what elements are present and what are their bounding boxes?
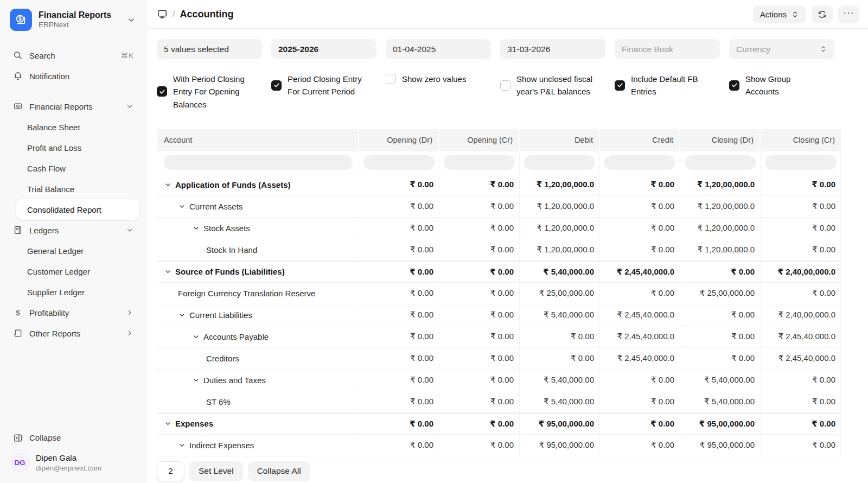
sidebar-section-profitability[interactable]: $ Profitability	[7, 302, 139, 323]
collapse-sidebar-button[interactable]: Collapse	[7, 428, 139, 448]
row-expand-chevron-icon[interactable]	[164, 268, 172, 276]
account-cell[interactable]: Creditors	[157, 348, 359, 369]
account-cell[interactable]: Application of Funds (Assets)	[157, 174, 359, 195]
table-row[interactable]: Creditors ₹ 0.00 ₹ 0.00 ₹ 0.00 ₹ 2,45,40…	[157, 348, 840, 370]
level-input[interactable]: 2	[157, 461, 184, 481]
column-filter-input[interactable]	[765, 155, 837, 170]
row-expand-chevron-icon[interactable]	[192, 333, 200, 341]
actions-button[interactable]: Actions	[753, 5, 806, 23]
refresh-button[interactable]	[812, 5, 833, 23]
value-cell: ₹ 2,45,40,000.0	[600, 348, 680, 369]
value-cell: ₹ 0.00	[439, 348, 520, 369]
value-cell: ₹ 1,20,00,000.0	[680, 196, 761, 217]
column-filter-input[interactable]	[164, 155, 353, 170]
app-switcher-button[interactable]: $ Financial Reports ERPNext	[7, 9, 139, 31]
table-row[interactable]: Foreign Currency Translation Reserve ₹ 0…	[157, 283, 840, 304]
value-cell: ₹ 0.00	[359, 370, 439, 391]
checkbox-show-zero-values[interactable]: Show zero values	[386, 73, 491, 85]
table-row[interactable]: Indirect Expenses ₹ 0.00 ₹ 0.00 ₹ 95,00,…	[157, 435, 840, 456]
sidebar-item-supplier-ledger[interactable]: Supplier Ledger	[16, 282, 139, 302]
value-cell: ₹ 0.00	[439, 239, 520, 260]
currency-filter[interactable]: Currency	[729, 39, 834, 59]
fiscal-year-filter[interactable]: 2025-2026	[271, 39, 376, 59]
finance-book-filter[interactable]: Finance Book	[615, 39, 720, 59]
checkbox-show-unclosed-fiscal[interactable]: Show unclosed fiscal year's P&L balances	[500, 73, 605, 98]
sidebar-item-cash-flow[interactable]: Cash Flow	[16, 158, 139, 179]
table-row[interactable]: ST 6% ₹ 0.00 ₹ 0.00 ₹ 5,40,000.00 ₹ 0.00…	[157, 391, 840, 413]
row-expand-chevron-icon[interactable]	[178, 202, 186, 211]
from-date-filter[interactable]: 01-04-2025	[386, 39, 491, 59]
to-date-filter[interactable]: 31-03-2026	[500, 39, 605, 59]
account-cell[interactable]: Source of Funds (Liabilities)	[157, 262, 359, 282]
sidebar-item-search[interactable]: Search ⌘K	[7, 45, 139, 66]
table-row[interactable]: Expenses ₹ 0.00 ₹ 0.00 ₹ 95,00,000.00 ₹ …	[157, 413, 840, 435]
column-header-debit[interactable]: Debit	[520, 129, 600, 151]
value-cell: ₹ 1,20,00,000.0	[520, 174, 600, 195]
value-cell: ₹ 0.00	[439, 218, 520, 239]
table-row[interactable]: Source of Funds (Liabilities) ₹ 0.00 ₹ 0…	[157, 261, 840, 283]
row-expand-chevron-icon[interactable]	[178, 441, 186, 449]
account-cell[interactable]: Current Liabilities	[157, 304, 359, 326]
column-header-closing-dr[interactable]: Closing (Dr)	[680, 129, 761, 151]
column-header-account[interactable]: Account	[157, 129, 359, 151]
account-cell[interactable]: Expenses	[157, 414, 359, 434]
column-filter-input[interactable]	[604, 155, 675, 170]
account-cell[interactable]: Accounts Payable	[157, 326, 359, 347]
sidebar-item-trial-balance[interactable]: Trial Balance	[16, 179, 139, 199]
row-expand-chevron-icon[interactable]	[164, 181, 172, 189]
company-filter[interactable]: 5 values selected	[157, 39, 262, 59]
value-cell: ₹ 0.00	[600, 218, 680, 239]
column-header-credit[interactable]: Credit	[600, 129, 680, 151]
column-header-opening-dr[interactable]: Opening (Dr)	[359, 129, 439, 151]
section-label: Other Reports	[29, 329, 80, 338]
nav-child-label: Consolidated Report	[27, 205, 101, 214]
table-row[interactable]: Duties and Taxes ₹ 0.00 ₹ 0.00 ₹ 5,40,00…	[157, 370, 840, 391]
sidebar-section-financial-reports[interactable]: Financial Reports	[7, 96, 139, 117]
table-row[interactable]: Stock Assets ₹ 0.00 ₹ 0.00 ₹ 1,20,00,000…	[157, 218, 840, 239]
table-row[interactable]: Current Assets ₹ 0.00 ₹ 0.00 ₹ 1,20,00,0…	[157, 196, 840, 218]
sidebar-item-balance-sheet[interactable]: Balance Sheet	[16, 117, 139, 137]
sidebar-item-notification[interactable]: Notification	[7, 66, 139, 86]
sidebar-item-customer-ledger[interactable]: Customer Ledger	[16, 261, 139, 282]
column-filter-input[interactable]	[685, 155, 756, 170]
column-header-closing-cr[interactable]: Closing (Cr)	[761, 129, 841, 151]
filter-bar: 5 values selected 2025-2026 01-04-2025 3…	[157, 39, 868, 59]
sidebar-item-general-ledger[interactable]: General Ledger	[16, 240, 139, 261]
account-cell[interactable]: ST 6%	[157, 391, 359, 412]
more-options-button[interactable]: ···	[838, 5, 859, 23]
column-filter-input[interactable]	[444, 155, 515, 170]
table-row[interactable]: Current Liabilities ₹ 0.00 ₹ 0.00 ₹ 5,40…	[157, 304, 840, 326]
checkbox-period-closing-current[interactable]: Period Closing Entry For Current Period	[271, 73, 376, 98]
table-row[interactable]: Stock In Hand ₹ 0.00 ₹ 0.00 ₹ 1,20,00,00…	[157, 239, 840, 261]
checkbox-include-default-fb[interactable]: Include Default FB Entries	[615, 73, 720, 98]
column-filter-input[interactable]	[363, 155, 435, 170]
checkbox-with-period-closing-entry[interactable]: With Period Closing Entry For Opening Ba…	[157, 73, 262, 111]
account-cell[interactable]: Stock Assets	[157, 218, 359, 239]
account-cell[interactable]: Indirect Expenses	[157, 435, 359, 456]
row-expand-chevron-icon[interactable]	[192, 224, 200, 232]
set-level-button[interactable]: Set Level	[189, 461, 243, 481]
sidebar-section-other-reports[interactable]: Other Reports	[7, 323, 139, 344]
bell-icon	[13, 71, 23, 81]
sidebar-section-ledgers[interactable]: Ledgers	[7, 220, 139, 240]
row-expand-chevron-icon[interactable]	[164, 420, 172, 428]
column-filter-cell	[680, 151, 761, 174]
column-filter-input[interactable]	[524, 155, 595, 170]
user-profile[interactable]: DG Dipen Gala dipen@erpnext.com	[7, 448, 139, 474]
account-cell[interactable]: Foreign Currency Translation Reserve	[157, 283, 359, 304]
account-name: ST 6%	[206, 397, 231, 406]
checkbox-show-group-accounts[interactable]: Show Group Accounts	[729, 73, 834, 98]
sidebar-item-consolidated-report[interactable]: Consolidated Report	[16, 199, 139, 220]
row-expand-chevron-icon[interactable]	[192, 376, 200, 384]
row-expand-chevron-icon[interactable]	[178, 311, 186, 319]
table-row[interactable]: Accounts Payable ₹ 0.00 ₹ 0.00 ₹ 0.00 ₹ …	[157, 326, 840, 348]
check-icon	[273, 82, 280, 88]
account-cell[interactable]: Current Assets	[157, 196, 359, 217]
account-cell[interactable]: Duties and Taxes	[157, 370, 359, 391]
collapse-all-button[interactable]: Collapse All	[248, 461, 310, 481]
account-cell[interactable]: Stock In Hand	[157, 239, 359, 260]
sidebar-item-profit-and-loss[interactable]: Profit and Loss	[16, 137, 139, 158]
svg-text:$: $	[18, 16, 22, 22]
column-header-opening-cr[interactable]: Opening (Cr)	[439, 129, 520, 151]
table-row[interactable]: Application of Funds (Assets) ₹ 0.00 ₹ 0…	[157, 174, 840, 196]
